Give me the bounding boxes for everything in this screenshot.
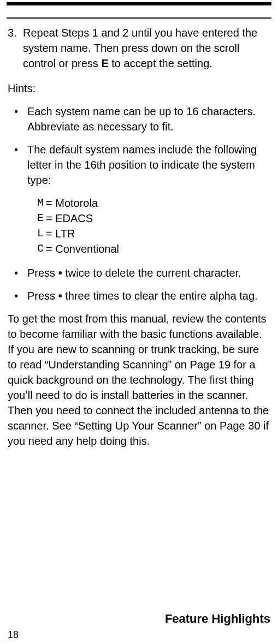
system-type-row: L = LTR (37, 226, 270, 241)
dot-glyph-icon: • (58, 290, 66, 302)
hint-4: • Press • three times to clear the entir… (8, 288, 270, 303)
step-3-text-after: to accept the setting. (109, 57, 212, 69)
system-type-label: = EDACS (46, 211, 93, 226)
system-type-row: M = Motorola (37, 195, 270, 211)
step-3-key: E (101, 57, 108, 69)
hint-4-before: Press (27, 290, 58, 302)
hint-4-body: Press • three times to clear the entire … (27, 288, 270, 303)
system-type-label: = LTR (46, 226, 75, 241)
dot-glyph-icon: • (58, 267, 66, 279)
hints-label: Hints: (8, 81, 270, 96)
system-type-list: M = Motorola E = EDACS L = LTR C = Conve… (8, 195, 270, 257)
system-type-code: L (37, 226, 46, 241)
footer-title: Feature Highlights (165, 611, 270, 628)
hint-3-after: twice to delete the current character. (65, 267, 241, 279)
page-number: 18 (8, 628, 19, 642)
hint-3-before: Press (27, 267, 58, 279)
system-type-label: = Motorola (46, 195, 98, 211)
step-3-number: 3. (8, 25, 23, 71)
hint-1: • Each system name can be up to 16 chara… (8, 104, 270, 134)
system-type-code: C (37, 241, 46, 257)
step-3-body: Repeat Steps 1 and 2 until you have ente… (23, 25, 270, 71)
bullet-icon: • (14, 265, 27, 281)
top-rule-thick (7, 2, 271, 5)
top-rule-thin (7, 17, 271, 19)
step-3: 3. Repeat Steps 1 and 2 until you have e… (8, 25, 270, 71)
system-type-label: = Conventional (46, 241, 119, 257)
bullet-icon: • (14, 104, 27, 134)
system-type-code: E (37, 211, 46, 226)
hint-3: • Press • twice to delete the current ch… (8, 265, 270, 281)
hint-3-body: Press • twice to delete the current char… (27, 265, 270, 281)
page-content: 3. Repeat Steps 1 and 2 until you have e… (7, 25, 271, 449)
main-paragraph: To get the most from this manual, review… (8, 311, 270, 449)
hint-2-text: The default system names include the fol… (27, 142, 270, 188)
hint-1-text: Each system name can be up to 16 charact… (27, 104, 270, 134)
system-type-row: E = EDACS (37, 211, 270, 226)
system-type-code: M (37, 195, 46, 211)
hint-2: • The default system names include the f… (8, 142, 270, 188)
system-type-row: C = Conventional (37, 241, 270, 257)
hint-4-after: three times to clear the entire alpha ta… (65, 290, 257, 302)
bullet-icon: • (14, 142, 27, 188)
bullet-icon: • (14, 288, 27, 303)
